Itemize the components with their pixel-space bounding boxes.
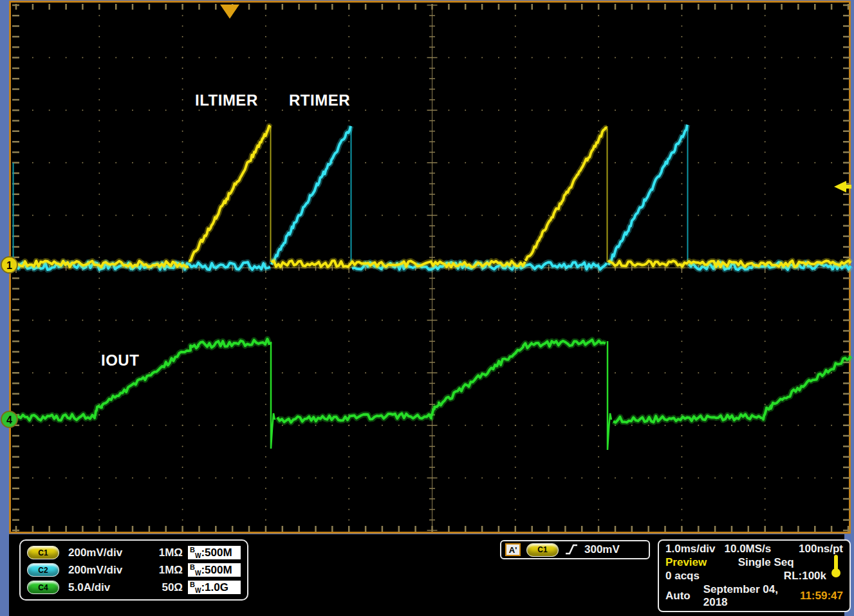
c4-bandwidth-box[interactable]: BW:1.0G — [188, 581, 241, 594]
trigger-mode[interactable]: Auto — [665, 590, 691, 602]
channel-c1-badge[interactable]: C1 — [27, 546, 59, 559]
c1-bandwidth-box[interactable]: BW:500M — [188, 546, 241, 559]
trigger-source-badge[interactable]: C1 — [526, 543, 559, 557]
rising-edge-icon — [564, 543, 579, 556]
bw-letter-b: B — [190, 581, 195, 588]
c4-bw-value: :1.0G — [201, 581, 228, 594]
trigger-position-marker[interactable] — [220, 5, 239, 19]
timebase-row-4: Auto September 04, 2018 11:59:47 — [665, 583, 843, 609]
bw-letter-b: B — [190, 546, 195, 554]
bw-letter-w: W — [195, 570, 201, 577]
bw-letter-w: W — [195, 587, 201, 594]
preview-status: Preview — [665, 556, 707, 569]
acquisition-count: 0 acqs — [665, 570, 700, 583]
trigger-level-value: 300mV — [584, 543, 620, 556]
graticule-frame — [9, 1, 851, 534]
timebase-panel: 1.0ms/div 10.0MS/s 100ns/pt Preview Sing… — [658, 539, 851, 612]
label-iltimer: ILTIMER — [195, 91, 258, 109]
c2-scale[interactable]: 200mV/div — [68, 564, 122, 577]
channel-4-reference-marker[interactable]: 4 — [1, 411, 18, 428]
trigger-readout-panel[interactable]: A' C1 300mV — [500, 540, 650, 559]
time-text: 11:59:47 — [800, 590, 843, 602]
sample-rate: 10.0MS/s — [725, 543, 772, 555]
c1-impedance[interactable]: 1MΩ — [148, 546, 183, 559]
timebase-row-3: 0 acqs RL:100k — [665, 570, 843, 583]
acquisition-mode[interactable]: Single Seq — [738, 556, 794, 569]
channel-c4-badge[interactable]: C4 — [27, 581, 59, 594]
c4-impedance[interactable]: 50Ω — [148, 581, 183, 594]
date-text: September 04, 2018 — [703, 583, 800, 609]
c2-impedance[interactable]: 1MΩ — [148, 564, 183, 577]
channel-row-c4: C4 5.0A/div 50Ω BW:1.0G — [27, 581, 241, 594]
channel-row-c1: C1 200mV/div 1MΩ BW:500M — [27, 546, 241, 559]
timebase-row-1: 1.0ms/div 10.0MS/s 100ns/pt — [665, 543, 843, 555]
c2-bandwidth-box[interactable]: BW:500M — [188, 563, 241, 577]
bw-letter-b: B — [190, 563, 195, 571]
timebase-scale[interactable]: 1.0ms/div — [665, 543, 716, 555]
bw-letter-w: W — [195, 552, 201, 559]
c1-bw-value: :500M — [201, 546, 232, 559]
c4-scale[interactable]: 5.0A/div — [68, 581, 110, 594]
channel-c2-badge[interactable]: C2 — [27, 563, 59, 577]
channel-row-c2: C2 200mV/div 1MΩ BW:500M — [27, 563, 241, 577]
channel-1-reference-marker[interactable]: 1 — [1, 256, 18, 274]
timebase-row-2: Preview Single Seq — [665, 556, 843, 569]
trigger-a-badge[interactable]: A' — [505, 543, 521, 556]
c1-scale[interactable]: 200mV/div — [68, 546, 122, 559]
label-iout: IOUT — [101, 351, 139, 369]
channel-readouts-panel: C1 200mV/div 1MΩ BW:500M C2 200mV/div 1M… — [19, 539, 248, 601]
label-rtimer: RTIMER — [289, 91, 350, 109]
oscilloscope-screen: ILTIMER RTIMER IOUT 1 4 C1 200mV/div 1MΩ… — [0, 0, 854, 616]
record-length: RL:100k — [784, 570, 826, 583]
c2-bw-value: :500M — [201, 564, 232, 577]
